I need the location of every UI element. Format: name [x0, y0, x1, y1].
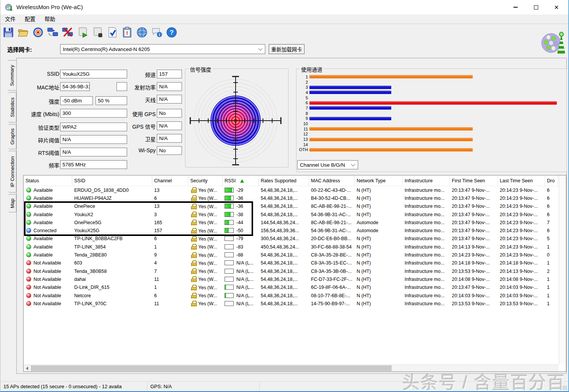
column-header-label: Last Time Seen — [500, 176, 533, 186]
table-row[interactable]: AvailableERDUO_DS_1838_4DD013Yes (W...-2… — [24, 186, 559, 194]
column-header-ntype[interactable]: Network Type — [355, 175, 403, 186]
maximize-button[interactable] — [527, 0, 545, 14]
statusbar-divider — [259, 382, 260, 390]
cell-first: 20:13:47 9-Nov-... — [450, 220, 498, 225]
tab-ip-connection[interactable]: IP Connection — [8, 151, 16, 193]
column-header-status[interactable]: Status — [24, 175, 72, 186]
reload-adapter-button[interactable]: 重新加载网卡 — [269, 44, 304, 54]
cell-ssid: ERDUO_DS_1838_4DD0 — [72, 188, 152, 193]
cell-last: 20:14:03 9-Nov-... — [498, 293, 545, 298]
connect-icon[interactable] — [46, 26, 59, 39]
table-row[interactable]: AvailableHUAWEI-P94AJZ6Yes (W...-3654,48… — [24, 194, 559, 202]
cell-infra: Infrastructure mo... — [403, 260, 450, 266]
cell-rssi: N/A (L... — [223, 285, 259, 290]
menu-file[interactable]: 文件 — [0, 14, 20, 24]
column-header-rates[interactable]: Rates Supported — [259, 175, 309, 186]
rssi-bar-icon — [225, 244, 234, 249]
table-row[interactable]: AvailableOnePiece13Yes (W...-3654,48,36,… — [24, 202, 559, 210]
rts-threshold-value: N/A — [60, 148, 127, 156]
status-green-icon — [26, 220, 31, 225]
table-row[interactable]: Not AvailableTenda_3B0B587Yes (W...N/A (… — [24, 267, 559, 275]
table-row[interactable]: AvailableTP-LINK_B0BBAC2FB6Yes (W...-793… — [24, 235, 559, 243]
tab-summary[interactable]: Summary — [8, 60, 17, 91]
cell-status: Not Available — [24, 293, 72, 298]
status-red-icon — [26, 285, 31, 290]
cell-mac: 54-36-9B-31-AC-... — [309, 212, 355, 217]
tab-graphs[interactable]: Graphs — [8, 124, 16, 149]
scroll-left-button[interactable] — [24, 365, 30, 371]
report-icon[interactable]: ! — [121, 26, 134, 39]
table-row[interactable]: Not Available6034Yes (W...N/A (L...54,48… — [24, 259, 559, 267]
adapter-label: 选择网卡: — [7, 45, 32, 53]
cell-ntype: Automode — [355, 220, 403, 225]
lock-icon — [191, 212, 196, 217]
table-row[interactable]: ConnectedYoukuX25G157Yes (W...-50156,54,… — [24, 226, 559, 234]
save-icon[interactable] — [2, 26, 15, 39]
menu-config[interactable]: 配置 — [20, 14, 40, 24]
support-chat-icon[interactable]: i — [150, 26, 163, 39]
status-green-icon — [26, 188, 31, 193]
field-label: 卫星 — [120, 135, 156, 143]
table-row[interactable]: AvailableOnePiece5G165Yes (W...-44144,54… — [24, 218, 559, 226]
cell-rssi: -36 — [223, 204, 259, 209]
cell-rssi: N/A (L... — [223, 260, 259, 266]
cell-infra: Infrastructure mo... — [403, 220, 450, 225]
cell-ssid: TP-LINK_3854 — [72, 244, 152, 250]
table-row[interactable]: Not AvailableNetcore6Yes (W...N/A (L...5… — [24, 292, 559, 300]
menu-help[interactable]: 帮助 — [40, 14, 60, 24]
channel-use-select-value: Channel Use B/G/N — [300, 162, 345, 168]
cell-rssi: -36 — [223, 196, 259, 201]
column-header-security[interactable]: Security — [188, 175, 223, 186]
column-header-last[interactable]: Last Time Seen — [498, 175, 545, 186]
tab-map[interactable]: Map — [8, 194, 16, 212]
vertical-scrollbar[interactable] — [559, 175, 566, 365]
adapter-select[interactable]: Intel(R) Centrino(R) Advanced-N 6205 — [60, 44, 265, 54]
minimize-button[interactable] — [507, 0, 524, 14]
column-header-rssi[interactable]: RSSI — [223, 175, 259, 186]
close-button[interactable]: × — [548, 0, 565, 14]
channel-bars: 1234567891011121314OTH — [298, 74, 565, 152]
table-row[interactable]: AvailableYoukuX23Yes (W...-3854,48,36,24… — [24, 210, 559, 218]
column-header-mac[interactable]: MAC Address — [309, 175, 355, 186]
channel-use-select[interactable]: Channel Use B/G/N — [297, 160, 358, 169]
status-red-icon — [26, 293, 31, 298]
table-row[interactable]: Not Availabledahai11Yes (W...N/A (L...54… — [24, 275, 559, 283]
table-row[interactable]: Not AvailableD-Link_DIR_6151Yes (W...N/A… — [24, 284, 559, 292]
sort-ascending-icon — [240, 179, 244, 183]
status-green-icon — [26, 212, 31, 217]
stop-logging-icon[interactable] — [91, 26, 104, 39]
rssi-bar-icon — [225, 204, 234, 209]
open-folder-icon[interactable] — [17, 26, 30, 39]
help-icon[interactable]: ? — [165, 26, 178, 39]
wispy-value: No — [157, 146, 182, 155]
column-header-label: Infrastructure — [405, 176, 433, 186]
web-icon[interactable] — [135, 26, 148, 39]
column-header-ssid[interactable]: SSID — [72, 175, 152, 186]
table-row[interactable]: AvailableTenda_28BE809Yes (W...-8854,48,… — [24, 251, 559, 259]
column-header-drops[interactable]: Dro — [545, 175, 558, 186]
horizontal-scrollbar-thumb[interactable] — [31, 365, 392, 371]
disconnect-icon[interactable] — [61, 26, 74, 39]
cell-ssid: Tenda_3B0B58 — [72, 269, 152, 274]
cell-last: 20:14:23 9-Nov-... — [498, 196, 545, 201]
frequency-value: 5785 MHz — [60, 160, 127, 169]
cell-ntype: N (HT) — [355, 212, 403, 217]
tab-statistics[interactable]: Statistics — [8, 92, 16, 123]
cell-first: 20:13:47 9-Nov-... — [450, 212, 498, 217]
toolbar: ! i ? — [0, 24, 568, 40]
start-logging-icon[interactable] — [76, 26, 89, 39]
resize-grip[interactable] — [563, 386, 567, 390]
column-header-label: Channel — [154, 176, 172, 186]
rssi-bar-icon — [225, 188, 234, 193]
column-header-channel[interactable]: Channel — [152, 175, 188, 186]
column-header-first[interactable]: First Time Seen — [450, 175, 498, 186]
verify-icon[interactable] — [106, 26, 119, 39]
column-header-infra[interactable]: Infrastructure — [403, 175, 450, 186]
target-icon[interactable] — [32, 26, 45, 39]
table-row[interactable]: Not AvailableTP-LINK_970C11Yes (W...N/A … — [24, 300, 559, 308]
speed-value: 300 — [60, 109, 127, 118]
rssi-bar-icon — [225, 228, 234, 233]
cell-ntype: N (HT) — [355, 269, 403, 274]
table-row[interactable]: AvailableTP-LINK_38541Yes (W...-83450,54… — [24, 243, 559, 251]
horizontal-scrollbar[interactable] — [24, 365, 559, 371]
